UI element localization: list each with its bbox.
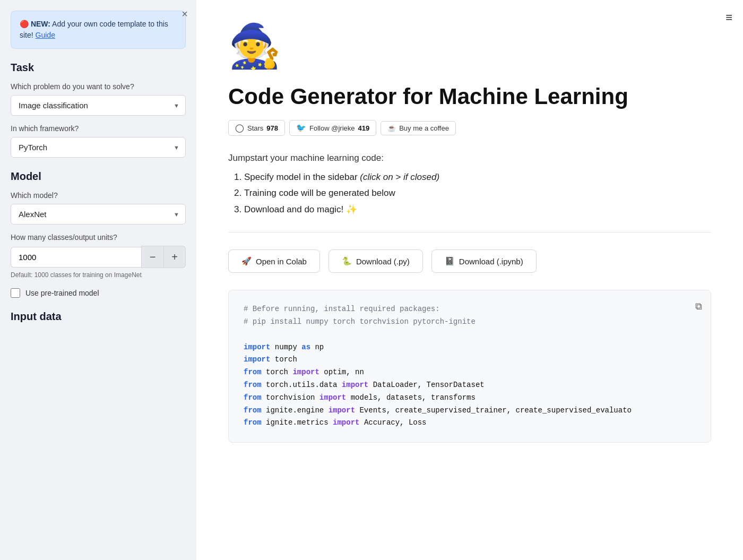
code-comment-1: # Before running, install required packa… xyxy=(244,303,696,316)
new-banner: 🔴 NEW: Add your own code template to thi… xyxy=(11,11,186,49)
step-1: Specify model in the sidebar (click on >… xyxy=(244,172,711,183)
code-line-3: from torch import optim, nn xyxy=(244,366,696,379)
task-section: Task Which problem do you want to solve?… xyxy=(11,62,186,158)
action-buttons: 🚀 Open in Colab 🐍 Download (.py) 📓 Downl… xyxy=(228,249,711,273)
code-line-6: from ignite.engine import Events, create… xyxy=(244,404,696,417)
download-py-label: Download (.py) xyxy=(356,257,410,266)
classes-decrement-button[interactable]: − xyxy=(141,246,163,268)
pretrained-label[interactable]: Use pre-trained model xyxy=(25,289,99,297)
menu-icon[interactable]: ≡ xyxy=(725,11,732,24)
steps-list: Specify model in the sidebar (click on >… xyxy=(228,172,711,215)
classes-input-row: − + xyxy=(11,246,186,268)
twitter-count: 419 xyxy=(358,124,370,132)
main-content: ≡ 🧙 Code Generator for Machine Learning … xyxy=(196,0,743,560)
classes-increment-button[interactable]: + xyxy=(163,246,186,268)
model-title: Model xyxy=(11,170,186,183)
input-section: Input data xyxy=(11,311,186,323)
problem-select-wrapper: Image classification Object detection Se… xyxy=(11,95,186,116)
new-label: NEW: xyxy=(31,20,50,28)
code-line-2: import torch xyxy=(244,354,696,366)
code-line-4: from torch.utils.data import DataLoader,… xyxy=(244,379,696,392)
github-icon: ◯ xyxy=(235,123,244,133)
open-colab-button[interactable]: 🚀 Open in Colab xyxy=(228,249,320,273)
download-ipynb-label: Download (.ipynb) xyxy=(459,257,523,266)
download-ipynb-button[interactable]: 📓 Download (.ipynb) xyxy=(431,249,537,273)
stars-label: Stars xyxy=(247,124,263,132)
intro-text: Jumpstart your machine learning code: xyxy=(228,153,711,163)
twitter-icon: 🐦 xyxy=(296,123,306,133)
model-select-wrapper: AlexNet ResNet VGG EfficientNet xyxy=(11,204,186,225)
problem-label: Which problem do you want to solve? xyxy=(11,82,186,91)
step-1-italic: (click on > if closed) xyxy=(360,172,439,182)
python-icon: 🐍 xyxy=(342,256,352,266)
github-badge[interactable]: ◯ Stars 978 xyxy=(228,120,285,136)
colab-label: Open in Colab xyxy=(256,257,307,266)
wizard-emoji: 🧙 xyxy=(228,21,711,71)
pretrained-checkbox[interactable] xyxy=(11,288,20,298)
model-select[interactable]: AlexNet ResNet VGG EfficientNet xyxy=(11,204,186,225)
copy-icon[interactable]: ⧉ xyxy=(695,299,702,315)
code-line-5: from torchvision import models, datasets… xyxy=(244,392,696,404)
framework-select-wrapper: PyTorch TensorFlow JAX xyxy=(11,137,186,158)
step-2: Training code will be generated below xyxy=(244,188,711,199)
notebook-icon: 📓 xyxy=(445,256,455,266)
framework-select[interactable]: PyTorch TensorFlow JAX xyxy=(11,137,186,158)
divider xyxy=(228,232,711,232)
coffee-icon: ☕ xyxy=(387,124,396,132)
input-title: Input data xyxy=(11,311,186,323)
code-line-1: import numpy as np xyxy=(244,341,696,354)
model-section: Model Which model? AlexNet ResNet VGG Ef… xyxy=(11,170,186,298)
code-block: ⧉ # Before running, install required pac… xyxy=(228,290,711,443)
classes-input[interactable] xyxy=(11,247,141,268)
step-3: Download and do magic! ✨ xyxy=(244,204,711,215)
new-banner-emoji: 🔴 xyxy=(20,20,29,28)
framework-label: In which framework? xyxy=(11,124,186,133)
twitter-label: Follow @jrieke xyxy=(309,124,355,132)
code-line-7: from ignite.metrics import Accuracy, Los… xyxy=(244,417,696,429)
badge-row: ◯ Stars 978 🐦 Follow @jrieke 419 ☕ Buy m… xyxy=(228,120,711,136)
code-comment-2: # pip install numpy torch torchvision py… xyxy=(244,316,696,329)
classes-label: How many classes/output units? xyxy=(11,233,186,242)
guide-link[interactable]: Guide xyxy=(36,31,55,39)
task-title: Task xyxy=(11,62,186,74)
model-label: Which model? xyxy=(11,191,186,200)
coffee-badge[interactable]: ☕ Buy me a coffee xyxy=(381,121,456,135)
close-button[interactable]: × xyxy=(182,8,188,19)
stars-count: 978 xyxy=(266,124,278,132)
sidebar: × 🔴 NEW: Add your own code template to t… xyxy=(0,0,196,560)
download-py-button[interactable]: 🐍 Download (.py) xyxy=(329,249,423,273)
twitter-badge[interactable]: 🐦 Follow @jrieke 419 xyxy=(289,120,376,136)
classes-hint: Default: 1000 classes for training on Im… xyxy=(11,271,186,279)
pretrained-row: Use pre-trained model xyxy=(11,288,186,298)
coffee-label: Buy me a coffee xyxy=(399,124,449,132)
colab-icon: 🚀 xyxy=(241,256,252,266)
problem-select[interactable]: Image classification Object detection Se… xyxy=(11,95,186,116)
page-title: Code Generator for Machine Learning xyxy=(228,84,711,109)
